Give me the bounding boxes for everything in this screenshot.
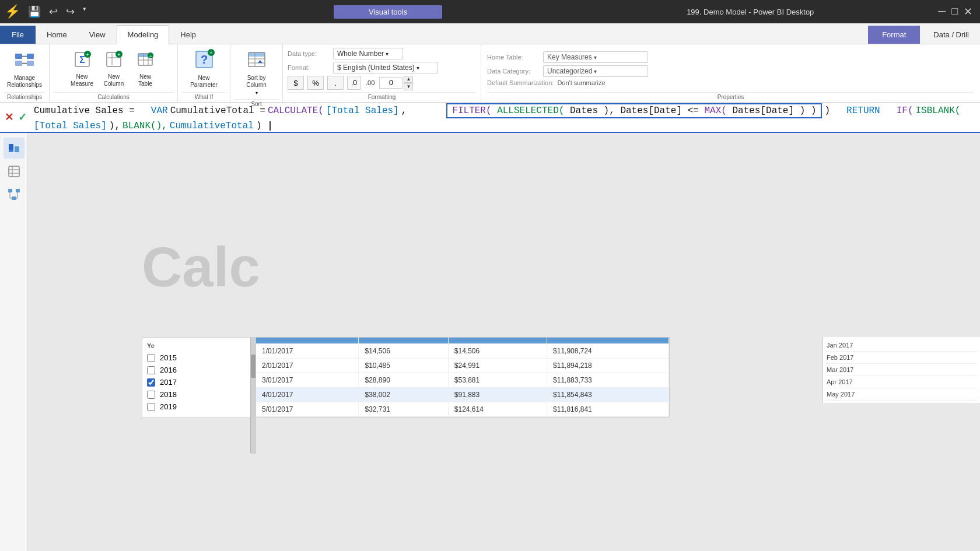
formula-return-keyword: RETURN — [846, 106, 880, 116]
ribbon-group-sort: Sort byColumn ▾ Sort — [230, 44, 283, 102]
sidebar-icon-report[interactable] — [4, 138, 24, 159]
tab-modeling[interactable]: Modeling — [117, 25, 170, 44]
data-table: 1/01/2017 $14,506 $14,506 $11,908,724 2/… — [256, 337, 670, 417]
format-buttons-row: $ % . .0 .00 ▲ ▼ — [288, 76, 476, 90]
year-checkbox-2017[interactable] — [147, 378, 155, 387]
svg-rect-3 — [27, 61, 34, 66]
sort-by-column-icon — [246, 49, 267, 73]
tab-data-drill[interactable]: Data / Drill — [922, 25, 980, 44]
year-item-2018[interactable]: 2018 — [147, 388, 247, 401]
year-filter-panel: Ye 2015 2016 2017 2018 — [142, 337, 253, 418]
year-label-2018: 2018 — [160, 390, 177, 399]
svg-rect-34 — [9, 150, 13, 152]
svg-text:+: + — [209, 50, 212, 56]
svg-text:Σ: Σ — [79, 55, 85, 65]
quick-access-toolbar: 💾 ↩ ↪ ▾ — [25, 4, 89, 19]
default-summarization-value: Don't summarize — [557, 79, 605, 86]
decrease-decimal-button[interactable]: .0 — [347, 76, 361, 90]
new-measure-icon: Σ + — [73, 50, 92, 72]
table-row: 1/01/2017 $14,506 $14,506 $11,908,724 — [256, 344, 669, 359]
ribbon-group-whatif: ? + NewParameter What If — [178, 44, 230, 102]
tab-file[interactable]: File — [0, 26, 36, 44]
formula-if: IF( — [897, 106, 914, 116]
formula-var-name: CumulativeTotal = — [170, 106, 265, 116]
year-item-2015[interactable]: 2015 — [147, 352, 247, 364]
sort-dropdown-arrow: ▾ — [256, 90, 258, 96]
format-row: Format: $ English (United States) — [288, 62, 476, 73]
percent-button[interactable]: % — [307, 76, 324, 90]
year-filter-header: Ye — [147, 342, 247, 352]
table-row: 5/01/2017 $32,731 $124,614 $11,816,841 — [256, 402, 669, 417]
formula-reject-button[interactable]: ✕ — [5, 111, 13, 124]
year-checkbox-2015[interactable] — [147, 354, 155, 362]
data-category-row: Data Category: Uncategorized — [487, 65, 974, 77]
new-table-button[interactable]: + NewTable — [131, 48, 160, 90]
formula-calculate: CALCULATE( — [268, 106, 324, 116]
tab-format[interactable]: Format — [868, 26, 920, 44]
chart-item-apr: Apr 2017 — [825, 376, 978, 388]
new-table-label: NewTable — [138, 73, 152, 87]
formula-filter-highlight: FILTER( ALLSELECTED( Dates ), Dates[Date… — [446, 103, 822, 118]
new-parameter-label: NewParameter — [190, 75, 218, 89]
save-button[interactable]: 💾 — [25, 4, 44, 19]
formula-editor[interactable]: Cumulative Sales = VAR CumulativeTotal =… — [32, 101, 975, 134]
year-item-2016[interactable]: 2016 — [147, 364, 247, 376]
sort-by-column-button[interactable]: Sort byColumn ▾ — [242, 47, 271, 98]
new-column-button[interactable]: + NewColumn — [99, 48, 128, 90]
dollar-button[interactable]: $ — [288, 76, 304, 90]
title-bar: ⚡ 💾 ↩ ↪ ▾ Visual tools 199. Demo Model -… — [0, 0, 980, 23]
svg-text:+: + — [86, 52, 89, 58]
decimal-increment[interactable]: ▲ — [404, 76, 413, 83]
data-category-label: Data Category: — [487, 68, 540, 75]
home-table-dropdown[interactable]: Key Measures — [543, 51, 648, 63]
svg-rect-35 — [9, 166, 19, 177]
data-type-dropdown[interactable]: Whole Number — [333, 48, 403, 59]
minimize-button[interactable]: ─ — [935, 4, 949, 19]
format-dropdown[interactable]: $ English (United States) — [333, 62, 438, 73]
manage-relationships-icon — [14, 49, 35, 73]
year-checkbox-2018[interactable] — [147, 391, 155, 399]
decimal-decrement[interactable]: ▼ — [404, 83, 413, 90]
main-area: Calc Ye 2015 2016 2017 2018 — [0, 133, 980, 551]
tab-help[interactable]: Help — [169, 25, 207, 44]
close-button[interactable]: ✕ — [961, 4, 975, 19]
new-parameter-button[interactable]: ? + NewParameter — [187, 47, 221, 91]
year-item-2019[interactable]: 2019 — [147, 401, 247, 413]
svg-rect-1 — [27, 54, 34, 59]
tab-view[interactable]: View — [78, 25, 117, 44]
year-checkbox-2016[interactable] — [147, 366, 155, 374]
cursor-indicator — [264, 121, 271, 131]
formula-accept-button[interactable]: ✓ — [18, 111, 27, 124]
home-table-row: Home Table: Key Measures — [487, 51, 974, 63]
default-summarization-row: Default Summarization: Don't summarize — [487, 79, 974, 86]
manage-relationships-button[interactable]: ManageRelationships — [4, 47, 46, 91]
new-measure-button[interactable]: Σ + NewMeasure — [67, 48, 97, 90]
chart-panel: Jan 2017 Feb 2017 Mar 2017 Apr 2017 May … — [822, 337, 980, 403]
svg-text:+: + — [149, 54, 152, 59]
new-table-icon: + — [136, 50, 155, 72]
table-header-date — [256, 338, 359, 344]
year-checkbox-2019[interactable] — [147, 403, 155, 411]
svg-rect-40 — [16, 189, 20, 192]
ribbon-tab-bar: File Home View Modeling Help Format Data… — [0, 23, 980, 44]
sidebar-icon-model[interactable] — [4, 184, 24, 205]
sort-by-column-label: Sort byColumn — [246, 75, 266, 89]
undo-button[interactable]: ↩ — [46, 4, 61, 19]
maximize-button[interactable]: □ — [949, 4, 961, 19]
year-item-2017[interactable]: 2017 — [147, 376, 247, 388]
comma-button[interactable]: . — [327, 76, 344, 90]
data-category-dropdown[interactable]: Uncategorized — [543, 65, 648, 77]
formula-var-keyword: VAR — [151, 106, 168, 116]
canvas: Calc Ye 2015 2016 2017 2018 — [28, 133, 980, 551]
ribbon-group-formatting: Data type: Whole Number Format: $ Englis… — [283, 44, 481, 102]
decimal-input[interactable] — [379, 77, 402, 89]
report-page: Calc Ye 2015 2016 2017 2018 — [28, 133, 980, 551]
customize-quick-access-button[interactable]: ▾ — [80, 4, 89, 19]
chart-item-may: May 2017 — [825, 388, 978, 401]
chart-item-mar: Mar 2017 — [825, 364, 978, 376]
tab-home[interactable]: Home — [36, 25, 78, 44]
redo-button[interactable]: ↪ — [63, 4, 78, 19]
year-label-2019: 2019 — [160, 402, 177, 411]
sidebar-icon-data[interactable] — [4, 161, 24, 182]
ribbon-group-relationships: ManageRelationships Relationships — [0, 44, 50, 102]
